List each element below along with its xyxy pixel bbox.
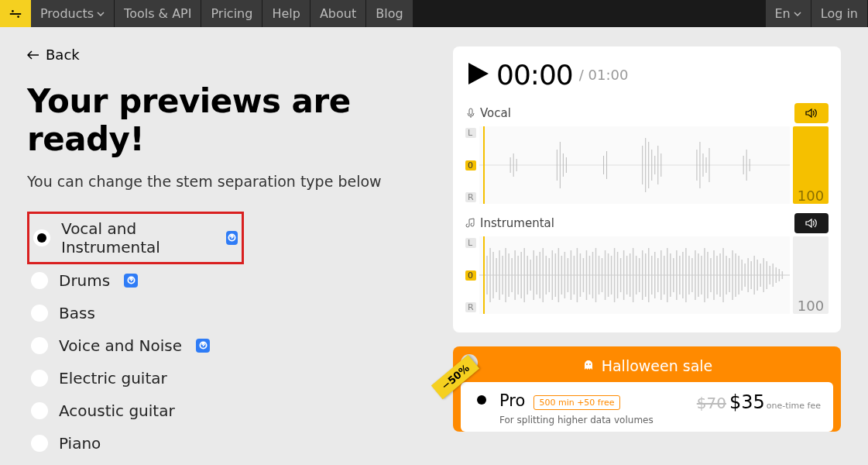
option-label: Bass bbox=[59, 304, 95, 322]
mute-button-vocal[interactable] bbox=[794, 103, 829, 123]
speaker-icon bbox=[805, 219, 818, 228]
playhead[interactable] bbox=[483, 236, 485, 314]
radio-icon bbox=[31, 305, 48, 322]
left-panel: Back Your previews are ready! You can ch… bbox=[27, 46, 430, 465]
option-label: Piano bbox=[59, 434, 101, 453]
login-link[interactable]: Log in bbox=[811, 0, 867, 27]
svg-point-129 bbox=[589, 363, 591, 365]
lang-selector[interactable]: En bbox=[766, 0, 811, 27]
volume-instrumental[interactable]: 100 bbox=[793, 236, 829, 314]
nav-right: En Log in bbox=[766, 0, 869, 27]
nav-products[interactable]: Products bbox=[31, 0, 114, 27]
radio-icon bbox=[31, 435, 48, 452]
chevron-down-icon bbox=[97, 10, 105, 18]
stem-vocal: Vocal L0R bbox=[465, 100, 829, 204]
logo[interactable] bbox=[0, 0, 31, 27]
option-electric-guitar[interactable]: Electric guitar bbox=[27, 362, 430, 394]
option-label: Voice and Noise bbox=[59, 336, 182, 355]
option-acoustic-guitar[interactable]: Acoustic guitar bbox=[27, 394, 430, 427]
channel-labels: L0R bbox=[465, 236, 476, 314]
nav-pricing[interactable]: Pricing bbox=[201, 0, 262, 27]
page-title: Your previews are ready! bbox=[27, 82, 430, 158]
info-icon[interactable] bbox=[124, 274, 138, 288]
play-icon bbox=[465, 61, 490, 86]
radio-icon bbox=[31, 402, 48, 419]
option-voice-noise[interactable]: Voice and Noise bbox=[27, 329, 430, 362]
waveform-icon bbox=[479, 126, 790, 204]
stem-instrumental: Instrumental L0R 100 bbox=[465, 210, 829, 314]
option-label: Vocal and Instrumental bbox=[61, 219, 212, 257]
radio-selected-icon bbox=[473, 391, 490, 408]
music-icon bbox=[465, 218, 476, 229]
svg-point-1 bbox=[12, 10, 14, 12]
nav-help[interactable]: Help bbox=[262, 0, 309, 27]
plan-pro[interactable]: Pro 500 min +50 free For splitting highe… bbox=[461, 382, 833, 432]
waveform-instrumental[interactable] bbox=[479, 236, 790, 314]
waveform-vocal[interactable] bbox=[479, 126, 790, 204]
chevron-down-icon bbox=[794, 10, 801, 18]
info-icon[interactable] bbox=[226, 231, 238, 245]
promo-banner: ✕ −50% Halloween sale Pro 500 min +50 fr… bbox=[453, 346, 841, 432]
topbar: Products Tools & API Pricing Help About … bbox=[0, 0, 868, 27]
waveform-icon bbox=[479, 236, 790, 314]
current-time: 00:00 bbox=[496, 59, 573, 91]
right-panel: 00:00 / 01:00 Vocal L0R bbox=[453, 46, 841, 465]
option-label: Electric guitar bbox=[59, 369, 167, 388]
back-button[interactable]: Back bbox=[27, 46, 430, 63]
svg-point-2 bbox=[17, 16, 19, 18]
plan-badge: 500 min +50 free bbox=[533, 395, 619, 410]
option-label: Acoustic guitar bbox=[59, 401, 175, 420]
total-duration: / 01:00 bbox=[579, 67, 629, 83]
plan-description: For splitting higher data volumes bbox=[499, 415, 688, 425]
radio-icon bbox=[31, 337, 48, 354]
volume-vocal[interactable]: 100 bbox=[793, 126, 829, 204]
nav-left: Products Tools & API Pricing Help About … bbox=[31, 0, 413, 27]
mic-icon bbox=[465, 108, 476, 119]
svg-point-128 bbox=[586, 363, 588, 365]
speaker-icon bbox=[805, 108, 818, 118]
option-drums[interactable]: Drums bbox=[27, 264, 430, 297]
ghost-icon bbox=[582, 359, 595, 373]
option-vocal-instrumental[interactable]: Vocal and Instrumental bbox=[27, 212, 244, 264]
option-synthesizer[interactable]: Synthesizer Beta bbox=[27, 460, 430, 465]
radio-icon bbox=[31, 370, 48, 387]
nav-about[interactable]: About bbox=[310, 0, 365, 27]
option-piano[interactable]: Piano bbox=[27, 427, 430, 460]
mute-button-instrumental[interactable] bbox=[794, 213, 829, 233]
plan-price: $70$35one-time fee bbox=[697, 391, 821, 413]
option-label: Drums bbox=[59, 271, 110, 290]
play-button[interactable] bbox=[465, 61, 490, 89]
svg-rect-0 bbox=[10, 13, 21, 15]
info-icon[interactable] bbox=[196, 339, 210, 353]
player: 00:00 / 01:00 Vocal L0R bbox=[453, 46, 841, 332]
channel-labels: L0R bbox=[465, 126, 476, 204]
logo-icon bbox=[9, 7, 22, 21]
playhead[interactable] bbox=[483, 126, 485, 204]
radio-icon bbox=[31, 272, 48, 289]
radio-selected-icon bbox=[33, 229, 50, 246]
option-bass[interactable]: Bass bbox=[27, 297, 430, 329]
page-subtitle: You can change the stem separation type … bbox=[27, 172, 430, 192]
nav-tools[interactable]: Tools & API bbox=[115, 0, 201, 27]
arrow-left-icon bbox=[27, 50, 39, 60]
plan-name: Pro bbox=[499, 391, 525, 410]
nav-blog[interactable]: Blog bbox=[366, 0, 412, 27]
promo-title: Halloween sale bbox=[461, 354, 833, 382]
